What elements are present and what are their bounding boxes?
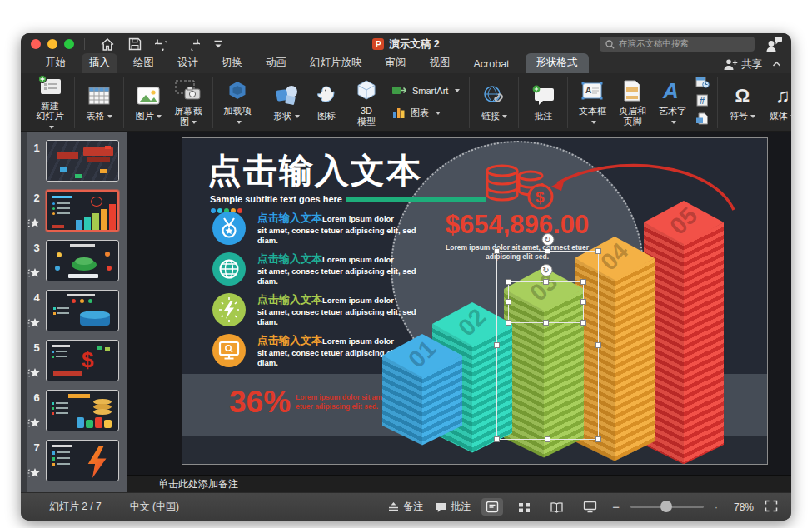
tab-insert[interactable]: 插入: [82, 53, 117, 73]
ribbon-button-add-ins[interactable]: 加载项: [217, 77, 257, 127]
reading-view-button[interactable]: [545, 499, 568, 516]
slide-thumbnail-3[interactable]: [46, 240, 119, 281]
selection-handle-tl[interactable]: [506, 279, 511, 285]
slide-sorter-view-button[interactable]: [514, 499, 535, 516]
home-icon[interactable]: [100, 37, 115, 51]
zoom-window-button[interactable]: [64, 39, 74, 49]
selection-handle-b[interactable]: [543, 320, 549, 326]
ribbon-button-link[interactable]: 链接: [474, 82, 514, 122]
tab-review[interactable]: 审阅: [378, 53, 414, 73]
tab-animations[interactable]: 动画: [258, 53, 294, 73]
ribbon-button-header-footer[interactable]: 页眉和页脚: [612, 77, 652, 127]
percent-text[interactable]: 36%: [229, 385, 291, 420]
tab-shape-format[interactable]: 形状格式: [526, 53, 589, 73]
selection-handle-bl[interactable]: [506, 320, 511, 326]
language-indicator[interactable]: 中文 (中国): [130, 500, 179, 514]
slide-title[interactable]: 点击输入文本: [207, 148, 422, 194]
slideshow-view-button[interactable]: [579, 498, 601, 516]
ribbon-button-icons[interactable]: 图标: [306, 82, 346, 122]
bullet-item-3[interactable]: 点击输入文本Lorem ipsum dolorsit amet, consec …: [212, 293, 429, 328]
slide-thumbnail-4[interactable]: [46, 290, 119, 331]
ribbon-button-screenshot[interactable]: 屏幕截图: [168, 77, 208, 127]
selection-handle-tr[interactable]: [595, 248, 601, 254]
normal-view-button[interactable]: [481, 498, 503, 516]
ribbon-button-wordart[interactable]: A艺术字: [652, 77, 692, 127]
bullet-text[interactable]: 点击输入文本Lorem ipsum dolorsit amet, consec …: [257, 252, 424, 287]
ribbon-button-chart[interactable]: 图表: [391, 105, 460, 122]
inner-selection-box[interactable]: ↻: [508, 281, 584, 323]
tab-slideshow[interactable]: 幻灯片放映: [302, 53, 370, 73]
close-window-button[interactable]: [31, 39, 41, 49]
tab-view[interactable]: 视图: [422, 53, 458, 73]
selection-handle-bl[interactable]: [494, 436, 500, 442]
collapse-ribbon-icon[interactable]: [772, 60, 781, 69]
slide-thumbnail-2[interactable]: [46, 190, 119, 232]
ribbon-button-media[interactable]: ♫媒体: [762, 82, 791, 122]
tab-design[interactable]: 设计: [170, 53, 206, 73]
notes-pane[interactable]: 单击此处添加备注: [127, 475, 791, 493]
chart-bar-05[interactable]: 05: [644, 201, 724, 464]
slide-row-7: 7: [21, 440, 127, 481]
amount-text[interactable]: $654,896.00: [392, 210, 642, 240]
selection-handle-r[interactable]: [595, 342, 601, 348]
selection-handle-br[interactable]: [595, 436, 601, 442]
ribbon-button-smartart[interactable]: SmartArt: [391, 83, 460, 98]
ribbon-button-text-box[interactable]: A文本框: [572, 77, 612, 127]
ribbon-button-shapes[interactable]: 形状: [267, 82, 306, 122]
selection-handle-l[interactable]: [506, 299, 511, 305]
slide-editor[interactable]: 点击输入文本 Sample subtitle text goes here 点击…: [182, 137, 768, 465]
selection-handle-r[interactable]: [580, 299, 586, 305]
bullet-item-2[interactable]: 点击输入文本Lorem ipsum dolorsit amet, consec …: [212, 252, 429, 287]
ribbon-button-symbol[interactable]: Ω符号: [722, 82, 762, 122]
chart-bar-01[interactable]: 01: [382, 334, 462, 445]
ribbon-button-date-time[interactable]: [695, 76, 710, 92]
slide-row-1: 1: [21, 140, 127, 182]
zoom-out-button[interactable]: −: [612, 500, 620, 514]
comment-icon: [434, 501, 447, 513]
tab-acrobat[interactable]: Acrobat: [466, 56, 517, 73]
save-icon[interactable]: [128, 37, 142, 51]
customize-toolbar-icon[interactable]: [213, 38, 223, 50]
rotate-handle[interactable]: ↻: [540, 264, 552, 276]
selection-handle-b[interactable]: [545, 436, 550, 442]
slide-thumbnail-1[interactable]: [46, 140, 119, 182]
undo-icon[interactable]: [155, 37, 172, 51]
ribbon-button-comment[interactable]: 批注: [523, 82, 563, 122]
zoom-slider-knob[interactable]: [660, 501, 672, 512]
search-input[interactable]: 在演示文稿中搜索: [600, 37, 755, 52]
tab-transitions[interactable]: 切换: [214, 53, 250, 73]
zoom-in-button[interactable]: ·: [715, 501, 718, 513]
slide-subtitle[interactable]: Sample subtitle text goes here: [210, 194, 486, 204]
ribbon-button-object[interactable]: [695, 112, 710, 128]
ribbon-button-table[interactable]: 表格: [79, 82, 119, 122]
rotate-handle[interactable]: ↻: [541, 233, 554, 246]
selection-handle-tr[interactable]: [580, 279, 586, 285]
ribbon-group: Ω符号♫媒体: [718, 77, 791, 128]
selection-handle-tl[interactable]: [494, 248, 500, 254]
minimize-window-button[interactable]: [47, 39, 57, 49]
slide-thumbnail-6[interactable]: [46, 390, 119, 431]
comments-toggle-button[interactable]: 批注: [434, 500, 471, 514]
selection-handle-t[interactable]: [545, 248, 550, 254]
tab-draw[interactable]: 绘图: [126, 53, 162, 73]
zoom-slider[interactable]: [630, 506, 704, 508]
ribbon-button-3d-model[interactable]: 3D模型: [346, 77, 386, 127]
share-button[interactable]: 共享: [722, 57, 762, 72]
notes-toggle-button[interactable]: 备注: [387, 500, 423, 514]
zoom-percentage[interactable]: 78%: [729, 501, 754, 513]
presenter-coach-icon[interactable]: [765, 36, 783, 56]
ribbon-button-slide-number[interactable]: #: [695, 94, 710, 110]
fit-slide-button[interactable]: [765, 500, 778, 515]
transition-star-icon: [27, 217, 41, 232]
selection-handle-br[interactable]: [580, 320, 586, 326]
coins-icon: $: [479, 160, 559, 215]
ribbon-button-new-slide[interactable]: 新建幻灯片: [30, 72, 70, 133]
redo-icon[interactable]: [186, 37, 200, 51]
selection-handle-l[interactable]: [494, 342, 500, 348]
tab-home[interactable]: 开始: [37, 53, 73, 73]
bullet-text[interactable]: 点击输入文本Lorem ipsum dolorsit amet, consec …: [257, 293, 424, 328]
slide-thumbnail-5[interactable]: $: [46, 340, 119, 381]
slide-thumbnail-7[interactable]: [46, 440, 119, 481]
selection-handle-t[interactable]: [543, 279, 549, 285]
ribbon-button-picture[interactable]: 图片: [128, 82, 168, 122]
